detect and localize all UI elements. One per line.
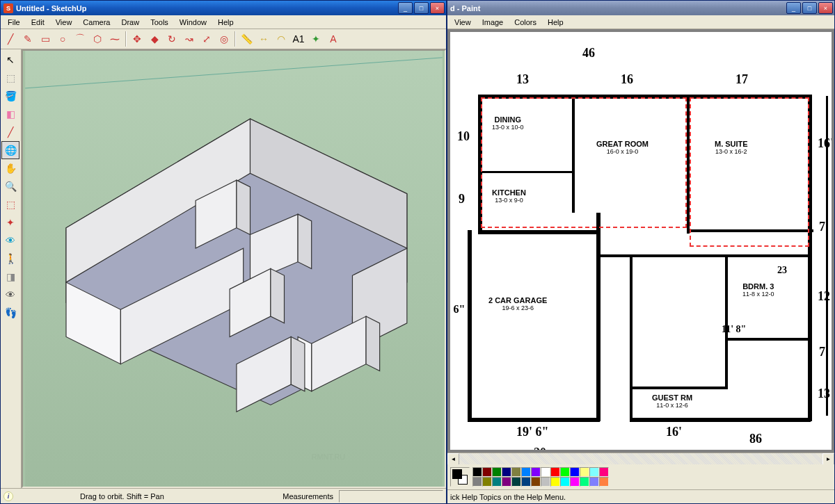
- palette-color[interactable]: [599, 467, 609, 477]
- palette-color[interactable]: [580, 477, 589, 487]
- palette-color[interactable]: [531, 477, 541, 487]
- maximize-button[interactable]: □: [414, 2, 429, 14]
- menu-colors[interactable]: Colors: [509, 17, 542, 28]
- menu-image[interactable]: Image: [477, 17, 509, 28]
- palette-color[interactable]: [560, 477, 570, 487]
- palette-color[interactable]: [580, 467, 589, 477]
- palette-color[interactable]: [511, 477, 521, 487]
- menu-help[interactable]: Help: [212, 17, 239, 28]
- paint-status-hint: ick Help Topics on the Help Menu.: [450, 493, 566, 501]
- line-tool-icon[interactable]: ╱: [1, 123, 19, 141]
- section-tool-icon[interactable]: ◨: [1, 268, 19, 286]
- pencil-tool-icon[interactable]: ✎: [19, 31, 36, 47]
- maximize-button[interactable]: □: [802, 2, 817, 14]
- paint-tool-icon[interactable]: 🪣: [1, 87, 19, 105]
- menu-window[interactable]: Window: [174, 17, 212, 28]
- palette-color[interactable]: [541, 467, 550, 477]
- 3dtext-tool-icon[interactable]: A: [325, 31, 342, 47]
- measurements-input[interactable]: [339, 490, 443, 503]
- rectangle-tool-icon[interactable]: ▭: [37, 31, 54, 47]
- pushpull-tool-icon[interactable]: ◆: [146, 31, 163, 47]
- eye-tool-icon[interactable]: 👁: [1, 286, 19, 304]
- axes-tool-icon[interactable]: ✦: [308, 31, 324, 47]
- menu-file[interactable]: File: [2, 17, 26, 28]
- tape-tool-icon[interactable]: 📏: [238, 31, 255, 47]
- rotate-tool-icon[interactable]: ↻: [164, 31, 180, 47]
- palette-color[interactable]: [589, 477, 599, 487]
- palette-color[interactable]: [560, 467, 570, 477]
- palette-color[interactable]: [482, 477, 492, 487]
- room-garage: 2 CAR GARAGE19-6 x 23-6: [488, 296, 547, 312]
- close-button[interactable]: ×: [430, 2, 445, 14]
- palette-color[interactable]: [589, 467, 599, 477]
- walk-tool-icon[interactable]: 🚶: [1, 250, 19, 268]
- palette-color[interactable]: [472, 477, 482, 487]
- follow-tool-icon[interactable]: ↝: [181, 31, 198, 47]
- circle-tool-icon[interactable]: ○: [54, 31, 71, 47]
- palette-color[interactable]: [482, 467, 492, 477]
- sketchup-viewport[interactable]: RMNT.RU: [22, 49, 446, 488]
- window-controls: _ □ ×: [786, 2, 833, 14]
- paint-body: DINING13-0 x 10-0 GREAT ROOM16-0 x 19-0 …: [447, 29, 834, 503]
- select-tool-icon[interactable]: ↖: [1, 51, 19, 69]
- scale-tool-icon[interactable]: ⤢: [198, 31, 215, 47]
- palette-color[interactable]: [531, 467, 541, 477]
- menu-view[interactable]: View: [50, 17, 78, 28]
- line-tool-icon[interactable]: ╱: [2, 31, 19, 47]
- palette-color[interactable]: [570, 467, 580, 477]
- scroll-left-icon[interactable]: ◄: [447, 453, 459, 465]
- palette-color[interactable]: [599, 477, 609, 487]
- sketchup-left-toolbar: ↖ ⬚ 🪣 ◧ ╱ 🌐 ✋ 🔍 ⬚ ✦ 👁 🚶 ◨ 👁 👣: [1, 49, 22, 488]
- lookaround-tool-icon[interactable]: 👁: [1, 231, 19, 250]
- palette-color[interactable]: [550, 467, 560, 477]
- scroll-right-icon[interactable]: ►: [822, 453, 834, 465]
- freehand-tool-icon[interactable]: ⁓: [106, 31, 123, 47]
- scroll-track[interactable]: [459, 453, 822, 464]
- close-button[interactable]: ×: [818, 2, 833, 14]
- horizontal-scrollbar[interactable]: ◄ ►: [447, 453, 834, 464]
- zoomwindow-tool-icon[interactable]: ⬚: [1, 195, 19, 213]
- palette-color[interactable]: [492, 467, 502, 477]
- menu-view[interactable]: View: [449, 17, 477, 28]
- minimize-button[interactable]: _: [786, 2, 801, 14]
- menu-tools[interactable]: Tools: [145, 17, 174, 28]
- palette-color[interactable]: [472, 467, 482, 477]
- pan-tool-icon[interactable]: ✋: [1, 159, 19, 177]
- palette-color[interactable]: [541, 477, 550, 487]
- zoom-tool-icon[interactable]: 🔍: [1, 177, 19, 195]
- text-tool-icon[interactable]: A1: [290, 31, 307, 47]
- eraser-tool-icon[interactable]: ◧: [1, 105, 19, 123]
- palette-color[interactable]: [521, 467, 531, 477]
- component-tool-icon[interactable]: ⬚: [1, 69, 19, 87]
- paint-titlebar[interactable]: d - Paint _ □ ×: [447, 1, 834, 15]
- sketchup-toolbar: ╱ ✎ ▭ ○ ⌒ ⬡ ⁓ ✥ ◆ ↻ ↝ ⤢ ◎ 📏 ↔ ◠ A1 ✦ A: [1, 29, 446, 49]
- palette-color[interactable]: [550, 477, 560, 487]
- move-tool-icon[interactable]: ✥: [129, 31, 145, 47]
- position-camera-tool-icon[interactable]: ✦: [1, 213, 19, 231]
- dimension-tool-icon[interactable]: ↔: [255, 31, 272, 47]
- palette-color[interactable]: [511, 467, 521, 477]
- menu-draw[interactable]: Draw: [116, 17, 145, 28]
- room-kitchen: KITCHEN13-0 x 9-0: [492, 188, 526, 204]
- palette-color[interactable]: [502, 477, 511, 487]
- palette-color[interactable]: [492, 477, 502, 487]
- orbit-tool-icon[interactable]: 🌐: [1, 141, 19, 159]
- menu-help[interactable]: Help: [542, 17, 569, 28]
- palette-color[interactable]: [570, 477, 580, 487]
- polygon-tool-icon[interactable]: ⬡: [89, 31, 106, 47]
- palette-color[interactable]: [502, 467, 511, 477]
- palette-color[interactable]: [521, 477, 531, 487]
- svg-marker-11: [298, 214, 312, 268]
- footprints-tool-icon[interactable]: 👣: [1, 304, 19, 322]
- offset-tool-icon[interactable]: ◎: [216, 31, 232, 47]
- menu-edit[interactable]: Edit: [26, 17, 50, 28]
- fg-bg-swatch[interactable]: [450, 467, 470, 487]
- protractor-tool-icon[interactable]: ◠: [273, 31, 289, 47]
- paint-canvas[interactable]: DINING13-0 x 10-0 GREAT ROOM16-0 x 19-0 …: [450, 32, 832, 450]
- minimize-button[interactable]: _: [398, 2, 413, 14]
- svg-marker-9: [237, 180, 250, 234]
- paint-title: d - Paint: [450, 4, 786, 13]
- sketchup-titlebar[interactable]: S Untitled - SketchUp _ □ ×: [1, 1, 446, 15]
- arc-tool-icon[interactable]: ⌒: [72, 31, 88, 47]
- menu-camera[interactable]: Camera: [77, 17, 116, 28]
